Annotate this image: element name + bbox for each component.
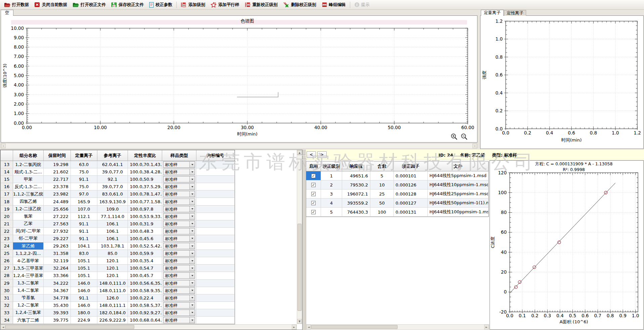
cell-row-number[interactable]: 17 <box>1 190 13 198</box>
tab-quantitation-ion[interactable]: 定量离子 <box>481 10 504 16</box>
sample-type-dropdown[interactable]: 标准样 <box>163 191 195 197</box>
cell-row-number[interactable]: 15 <box>1 176 13 183</box>
chevron-down-icon[interactable] <box>189 265 195 271</box>
cell-level[interactable]: 5 <box>321 208 342 217</box>
cell-component-name[interactable]: 间/对-二甲苯 <box>13 228 44 235</box>
cell-file[interactable]: HJ644线性10ppmsim-1.msd <box>428 180 489 189</box>
chevron-down-icon[interactable] <box>189 214 195 219</box>
cell-component-name[interactable]: 1,2-二溴乙烷 <box>13 206 44 213</box>
cell-quant-ion[interactable]: 83.0 <box>71 250 97 257</box>
cell-component-name[interactable]: 1,2,4-三甲基苯 <box>13 272 44 279</box>
cell-istd-number[interactable] <box>196 220 235 228</box>
cell-istd-number[interactable] <box>196 265 235 272</box>
cell-quant-ion[interactable]: 105.1 <box>71 257 97 265</box>
prev-component-button[interactable]: < <box>307 151 316 158</box>
scroll-track[interactable] <box>6 144 472 148</box>
chevron-down-icon[interactable] <box>189 169 195 175</box>
cell-cal-factor[interactable]: 0.000131 <box>394 208 428 217</box>
cell-component-name[interactable]: 四氯乙烯 <box>13 198 44 205</box>
cell-quant-ion[interactable]: 165.9 <box>71 198 97 205</box>
cell-qual-abundance-ratio[interactable]: 100.0,92.9,27.7 <box>128 309 162 317</box>
添加平行样-button[interactable]: 添加平行样 <box>208 1 242 9</box>
cell-istd-number[interactable] <box>196 242 235 250</box>
cell-qual-abundance-ratio[interactable]: 100.0,58.9,35.4 <box>128 287 162 294</box>
scroll-left-icon[interactable]: ◄ <box>1 325 5 329</box>
cell-reference-ion[interactable]: 148.0,111.1 <box>97 302 128 309</box>
cell-istd-number[interactable] <box>196 287 235 294</box>
cell-component-name[interactable]: 1,2-二氯苯 <box>13 302 44 309</box>
sample-type-dropdown[interactable]: 标准样 <box>163 228 195 234</box>
cell-retention-time[interactable]: 32.264 <box>44 265 71 272</box>
cell-component-name[interactable]: 反式-1,3-二... <box>13 183 44 190</box>
cell-row-number[interactable]: 28 <box>1 272 13 279</box>
cell-file[interactable]: HJ644线性5ppmsim-1.msd <box>428 171 489 180</box>
cell-istd-number[interactable] <box>196 302 235 309</box>
cell-reference-ion[interactable]: 120.1 <box>97 257 128 265</box>
sample-type-dropdown[interactable]: 标准样 <box>163 199 195 205</box>
cell-quant-ion[interactable]: 91.1 <box>71 228 97 235</box>
chevron-down-icon[interactable] <box>189 295 195 301</box>
component-row-20[interactable]: 20氯苯27.222112.177.1,114.0100.0,53.9,33.3… <box>1 213 235 220</box>
component-row-23[interactable]: 23邻-二甲苯29.22791.1106.1100.0,45.6标准样 <box>1 235 235 242</box>
cell-reference-ion[interactable]: 106.1 <box>97 235 128 242</box>
calibration-level-row-1[interactable]: ✓149651.650.000101HJ644线性5ppmsim-1.msd <box>306 171 489 180</box>
cell-istd-number[interactable] <box>196 235 235 242</box>
component-table-hscrollbar[interactable]: ◄ ► <box>0 324 297 330</box>
tab-qualifier-ion[interactable]: 定性离子 <box>504 10 526 16</box>
cell-qual-abundance-ratio[interactable]: 100.0,54.7 <box>128 265 162 272</box>
cell-retention-time[interactable]: 27.932 <box>44 228 71 235</box>
sample-type-dropdown[interactable]: 标准样 <box>163 265 195 271</box>
cell-istd-number[interactable] <box>196 272 235 279</box>
cell-istd-number[interactable] <box>196 168 235 176</box>
打开校正文件-button[interactable]: 打开校正文件 <box>70 1 108 9</box>
cell-qual-abundance-ratio[interactable]: 100.0,48.3 <box>128 228 162 235</box>
cell-component-name[interactable]: 氯苯 <box>13 213 44 220</box>
cell-retention-time[interactable]: 19.298 <box>44 161 71 168</box>
cell-istd-number[interactable] <box>196 294 235 302</box>
level-enabled-checkbox[interactable]: ✓ <box>311 192 316 196</box>
cell-component-name[interactable]: 1,3,5-三甲基苯 <box>13 265 44 272</box>
cell-retention-time[interactable]: 34.778 <box>44 294 71 302</box>
component-row-22[interactable]: 22间/对-二甲苯27.93291.1106.1100.0,48.3标准样 <box>1 228 235 235</box>
cell-amount[interactable]: 100 <box>370 208 394 217</box>
cell-retention-time[interactable]: 33.366 <box>44 272 71 279</box>
cell-level[interactable]: 1 <box>321 171 342 180</box>
sample-type-dropdown[interactable]: 标准样 <box>163 287 195 294</box>
cell-response[interactable]: 49651.6 <box>342 171 370 180</box>
cell-cal-factor[interactable]: 0.000101 <box>394 171 428 180</box>
component-row-13[interactable]: 131,2-二氯丙烷19.29863.062.0,41.1100.0,70.1,… <box>1 161 235 168</box>
cell-component-name[interactable]: 邻-二甲苯 <box>13 235 44 242</box>
cell-qual-abundance-ratio[interactable]: 100.0,56.6,35.7 <box>128 280 162 287</box>
sample-type-dropdown[interactable]: 标准样 <box>163 213 195 220</box>
sample-type-dropdown[interactable]: 标准样 <box>163 243 195 249</box>
cell-istd-number[interactable] <box>196 161 235 168</box>
cell-reference-ion[interactable]: 226.9,222.9 <box>97 317 128 324</box>
component-row-28[interactable]: 281,2,4-三甲基苯33.366105.1120.1100.0,45.7标准… <box>1 272 235 279</box>
cell-qual-abundance-ratio[interactable]: 100.0,35.4 <box>128 257 162 265</box>
cell-component-name[interactable]: 六氯丁二烯 <box>13 317 44 324</box>
sample-type-dropdown[interactable]: 标准样 <box>163 161 195 168</box>
calibration-level-row-2[interactable]: ✓279530.2100.000126HJ644线性10ppmsim-1.msd <box>306 180 489 189</box>
quantitation-ion-chart[interactable]: 0.00.20.40.60.81.01.20.00.20.40.60.81.01… <box>480 16 643 149</box>
sample-type-dropdown[interactable]: 标准样 <box>163 302 195 309</box>
calibration-panel-hscrollbar[interactable]: ◄ ► <box>306 324 489 330</box>
cell-row-number[interactable]: 25 <box>1 250 13 257</box>
sample-type-dropdown[interactable]: 标准样 <box>163 295 195 301</box>
chevron-down-icon[interactable] <box>189 258 195 264</box>
component-row-34[interactable]: 34六氯丁二烯39.775224.9226.9,222.9100.0,68.0,… <box>1 317 235 324</box>
cell-cal-factor[interactable]: 0.000126 <box>394 180 428 189</box>
chevron-down-icon[interactable] <box>189 243 195 249</box>
cell-reference-ion[interactable]: 163.9,130.9 <box>97 198 128 205</box>
关闭当前数据-button[interactable]: 关闭当前数据 <box>32 1 70 9</box>
cell-istd-number[interactable] <box>196 198 235 205</box>
chevron-down-icon[interactable] <box>189 273 195 278</box>
cell-qual-abundance-ratio[interactable]: 100.0,59.9 <box>128 250 162 257</box>
cell-quant-ion[interactable]: 146.0 <box>71 302 97 309</box>
cell-component-name[interactable]: 1,3-二氯苯 <box>13 280 44 287</box>
cell-reference-ion[interactable]: 39.0,77.0 <box>97 183 128 190</box>
cell-row-number[interactable]: 33 <box>1 309 13 317</box>
cell-component-name[interactable]: 1,2,4-三氯苯 <box>13 309 44 317</box>
chevron-down-icon[interactable] <box>189 206 195 212</box>
sample-type-dropdown[interactable]: 标准样 <box>163 280 195 286</box>
cell-qual-abundance-ratio[interactable]: 100.0,45.7 <box>128 272 162 279</box>
